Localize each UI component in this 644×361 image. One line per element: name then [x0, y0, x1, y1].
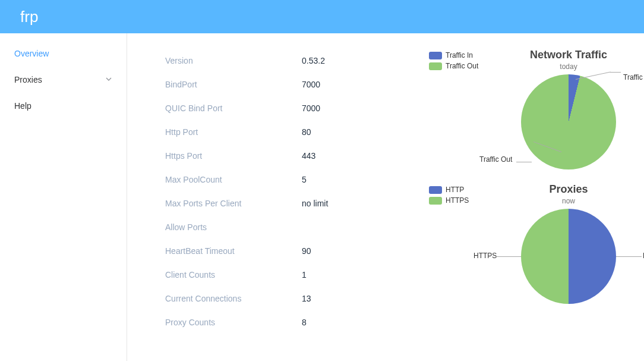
sidebar-item-label: Proxies: [14, 75, 42, 84]
info-label: Allow Ports: [165, 222, 302, 232]
info-row: Current Connections13: [165, 287, 415, 310]
chart-title: Network Traffic: [505, 49, 632, 61]
legend-label: HTTPS: [446, 196, 469, 205]
legend-swatch-icon: [429, 62, 442, 70]
info-row: HeartBeat Timeout90: [165, 239, 415, 263]
info-label: Https Port: [165, 151, 302, 161]
info-label: HeartBeat Timeout: [165, 246, 302, 256]
info-value: 0.53.2: [302, 56, 325, 65]
info-label: Max Ports Per Client: [165, 199, 302, 208]
legend-swatch-icon: [429, 197, 442, 205]
chart-title: Proxies: [505, 183, 632, 196]
sidebar-item-label: Help: [14, 101, 31, 111]
pie-chart[interactable]: HTTP HTTPS: [521, 209, 616, 304]
chart-network-traffic: Traffic In Traffic Out Network Traffic t…: [429, 49, 632, 171]
legend-item-https[interactable]: HTTPS: [429, 196, 500, 205]
sidebar: Overview Proxies Help: [0, 33, 127, 361]
legend-item-http[interactable]: HTTP: [429, 186, 500, 194]
chart-proxies: HTTP HTTPS Proxies now HTTP HT: [429, 183, 632, 306]
info-label: Version: [165, 56, 302, 65]
pie-label-https: HTTPS: [473, 252, 497, 260]
info-label: QUIC Bind Port: [165, 103, 302, 113]
info-row: Version0.53.2: [165, 49, 415, 73]
chevron-down-icon: [105, 75, 112, 84]
info-value: 7000: [302, 80, 320, 89]
info-label: Proxy Counts: [165, 318, 302, 327]
legend-label: HTTP: [446, 186, 464, 194]
info-value: 80: [302, 127, 311, 137]
chart-subtitle: today: [505, 62, 632, 71]
info-row: Max PoolCount5: [165, 168, 415, 192]
info-row: Proxy Counts8: [165, 310, 415, 334]
pie-chart[interactable]: Traffic In Traffic Out: [521, 74, 616, 169]
info-table: Version0.53.2 BindPort7000 QUIC Bind Por…: [165, 49, 415, 349]
info-value: 1: [302, 270, 307, 280]
legend-swatch-icon: [429, 186, 442, 194]
info-value: 443: [302, 151, 315, 161]
pie-label-traffic-out: Traffic Out: [479, 155, 512, 164]
info-value: 5: [302, 175, 307, 184]
info-label: Http Port: [165, 127, 302, 137]
info-row: Http Port80: [165, 120, 415, 144]
topbar: frp: [0, 0, 644, 33]
pie-label-traffic-in: Traffic In: [623, 73, 644, 81]
info-label: Max PoolCount: [165, 175, 302, 184]
info-value: 7000: [302, 103, 320, 113]
info-label: Client Counts: [165, 270, 302, 280]
info-row: Https Port443: [165, 144, 415, 168]
chart-legend: HTTP HTTPS: [429, 183, 500, 306]
sidebar-item-proxies[interactable]: Proxies: [0, 67, 127, 93]
info-value: 90: [302, 246, 311, 256]
info-value: 13: [302, 294, 311, 303]
info-value: 8: [302, 318, 307, 327]
info-value: no limit: [302, 199, 328, 208]
info-label: BindPort: [165, 80, 302, 89]
info-row: Max Ports Per Clientno limit: [165, 192, 415, 215]
info-row: Client Counts1: [165, 263, 415, 287]
sidebar-item-help[interactable]: Help: [0, 93, 127, 119]
info-row: QUIC Bind Port7000: [165, 96, 415, 120]
legend-swatch-icon: [429, 52, 442, 59]
info-label: Current Connections: [165, 294, 302, 303]
legend-label: Traffic Out: [446, 62, 478, 70]
legend-item-traffic-out[interactable]: Traffic Out: [429, 62, 500, 70]
brand-title: frp: [20, 8, 38, 26]
info-row: Allow Ports: [165, 215, 415, 239]
sidebar-item-overview[interactable]: Overview: [0, 40, 127, 67]
chart-legend: Traffic In Traffic Out: [429, 49, 500, 171]
legend-label: Traffic In: [446, 51, 473, 59]
info-row: BindPort7000: [165, 73, 415, 96]
chart-subtitle: now: [505, 197, 632, 205]
legend-item-traffic-in[interactable]: Traffic In: [429, 51, 500, 59]
sidebar-item-label: Overview: [14, 49, 49, 58]
